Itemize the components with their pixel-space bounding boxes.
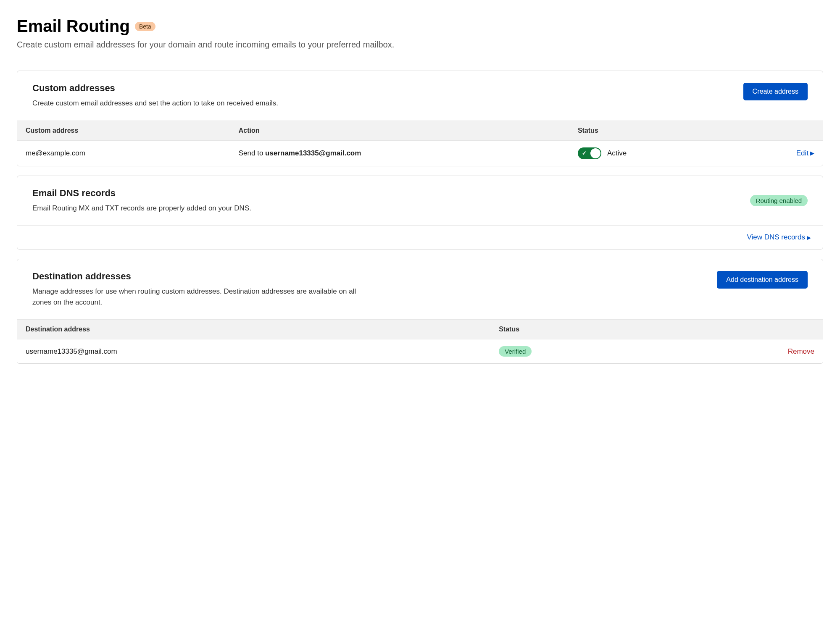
- page-title: Email Routing: [17, 17, 130, 36]
- col-action: Action: [239, 127, 578, 134]
- destination-row: username13335@gmail.com Verified Remove: [17, 339, 823, 363]
- col-dest-status: Status: [499, 326, 720, 333]
- remove-link[interactable]: Remove: [788, 347, 814, 355]
- beta-badge: Beta: [135, 22, 155, 31]
- edit-link[interactable]: Edit ▶: [796, 149, 814, 158]
- custom-address-row: me@example.com Send to username13335@gma…: [17, 141, 823, 166]
- page-subtitle: Create custom email addresses for your d…: [17, 40, 823, 50]
- col-dest-address: Destination address: [26, 326, 499, 333]
- custom-header-text: Custom addresses Create custom email add…: [32, 83, 731, 109]
- custom-title: Custom addresses: [32, 83, 731, 94]
- create-address-button[interactable]: Create address: [743, 83, 808, 100]
- action-email: username13335@gmail.com: [265, 149, 361, 157]
- custom-card-header: Custom addresses Create custom email add…: [17, 71, 823, 121]
- check-icon: ✓: [582, 150, 587, 156]
- custom-table-header: Custom address Action Status: [17, 121, 823, 141]
- dest-header-text: Destination addresses Manage addresses f…: [32, 271, 704, 307]
- view-dns-records-link[interactable]: View DNS records ▶: [747, 233, 811, 242]
- custom-status-cell: ✓ Active: [578, 147, 751, 159]
- dns-header-wrap: Email DNS records Email Routing MX and T…: [32, 188, 808, 214]
- add-destination-button[interactable]: Add destination address: [717, 271, 808, 289]
- custom-edit-cell: Edit ▶: [751, 149, 814, 158]
- toggle-knob: [590, 148, 600, 158]
- dns-card-header: Email DNS records Email Routing MX and T…: [17, 176, 823, 226]
- view-dns-label: View DNS records: [747, 233, 805, 242]
- title-row: Email Routing Beta: [17, 17, 823, 36]
- custom-action-value: Send to username13335@gmail.com: [239, 149, 578, 158]
- dest-remove-cell: Remove: [720, 347, 814, 356]
- dns-header-text: Email DNS records Email Routing MX and T…: [32, 188, 750, 214]
- custom-address-value: me@example.com: [26, 149, 239, 158]
- col-edit-spacer: [751, 127, 814, 134]
- caret-right-icon: ▶: [810, 150, 814, 156]
- status-label: Active: [607, 149, 627, 158]
- verified-badge: Verified: [499, 346, 532, 357]
- dest-status-cell: Verified: [499, 346, 720, 357]
- routing-enabled-badge: Routing enabled: [750, 195, 808, 206]
- caret-right-icon: ▶: [807, 234, 811, 241]
- dns-desc: Email Routing MX and TXT records are pro…: [32, 203, 360, 214]
- custom-addresses-card: Custom addresses Create custom email add…: [17, 71, 823, 166]
- custom-desc: Create custom email addresses and set th…: [32, 98, 360, 109]
- dns-card-footer: View DNS records ▶: [17, 225, 823, 249]
- dest-table-header: Destination address Status: [17, 319, 823, 339]
- page-header: Email Routing Beta Create custom email a…: [17, 17, 823, 50]
- dns-records-card: Email DNS records Email Routing MX and T…: [17, 176, 823, 250]
- col-remove-spacer: [720, 326, 814, 333]
- action-prefix: Send to: [239, 149, 265, 157]
- dest-desc: Manage addresses for use when routing cu…: [32, 286, 360, 307]
- dest-title: Destination addresses: [32, 271, 704, 282]
- dest-card-header: Destination addresses Manage addresses f…: [17, 259, 823, 319]
- col-custom-address: Custom address: [26, 127, 239, 134]
- destination-addresses-card: Destination addresses Manage addresses f…: [17, 259, 823, 364]
- dest-address-value: username13335@gmail.com: [26, 347, 499, 356]
- edit-label: Edit: [796, 149, 808, 158]
- col-status: Status: [578, 127, 751, 134]
- status-toggle[interactable]: ✓: [578, 147, 601, 159]
- dns-title: Email DNS records: [32, 188, 750, 199]
